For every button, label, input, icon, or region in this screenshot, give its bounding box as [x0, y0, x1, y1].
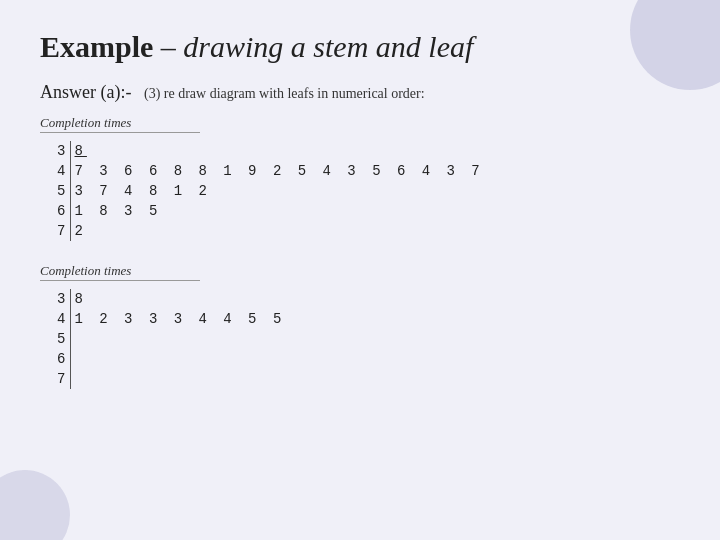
leaf-cell: [70, 369, 289, 389]
stem-cell: 5: [40, 329, 70, 349]
leaf-cell: 7 3 6 6 8 8 1 9 2 5 4 3 5 6 4 3 7: [70, 161, 488, 181]
table-row: 3 8: [40, 289, 289, 309]
section1-title: Completion times: [40, 115, 200, 133]
stem-cell: 6: [40, 201, 70, 221]
section2: Completion times 3 8 4 1 2 3 3 3 4 4 5 5…: [40, 261, 680, 389]
leaf-cell: [70, 349, 289, 369]
decorative-circle-bottom: [0, 470, 70, 540]
stem-cell: 4: [40, 161, 70, 181]
decorative-circle-top: [630, 0, 720, 90]
leaf-cell: 3 7 4 8 1 2: [70, 181, 488, 201]
stem-cell: 4: [40, 309, 70, 329]
leaf-cell: 2: [70, 221, 488, 241]
page-title: Example – drawing a stem and leaf: [40, 30, 680, 64]
leaf-cell: 1 2 3 3 3 4 4 5 5: [70, 309, 289, 329]
table-row: 6 1 8 3 5: [40, 201, 488, 221]
stem-cell: 7: [40, 369, 70, 389]
stem-cell: 3: [40, 141, 70, 161]
table-row: 7: [40, 369, 289, 389]
stem-cell: 6: [40, 349, 70, 369]
table-row: 4 7 3 6 6 8 8 1 9 2 5 4 3 5 6 4 3 7: [40, 161, 488, 181]
table-row: 3 8: [40, 141, 488, 161]
answer-prefix: Answer (a):-: [40, 82, 131, 102]
section2-table: 3 8 4 1 2 3 3 3 4 4 5 5 5 6 7: [40, 289, 289, 389]
answer-instruction: (3) re draw diagram with leafs in numeri…: [144, 86, 425, 101]
stem-cell: 7: [40, 221, 70, 241]
section1: Completion times 3 8 4 7 3 6 6 8 8 1 9 2…: [40, 113, 680, 241]
leaf-cell: 8: [70, 289, 289, 309]
section1-table: 3 8 4 7 3 6 6 8 8 1 9 2 5 4 3 5 6 4 3 7 …: [40, 141, 488, 241]
table-row: 6: [40, 349, 289, 369]
table-row: 7 2: [40, 221, 488, 241]
table-row: 5 3 7 4 8 1 2: [40, 181, 488, 201]
leaf-cell: 1 8 3 5: [70, 201, 488, 221]
table-row: 4 1 2 3 3 3 4 4 5 5: [40, 309, 289, 329]
leaf-cell: [70, 329, 289, 349]
stem-cell: 3: [40, 289, 70, 309]
leaf-cell: 8: [70, 141, 488, 161]
slide: Example – drawing a stem and leaf Answer…: [0, 0, 720, 540]
section2-title: Completion times: [40, 263, 200, 281]
stem-cell: 5: [40, 181, 70, 201]
table-row: 5: [40, 329, 289, 349]
answer-label: Answer (a):- (3) re draw diagram with le…: [40, 82, 680, 103]
